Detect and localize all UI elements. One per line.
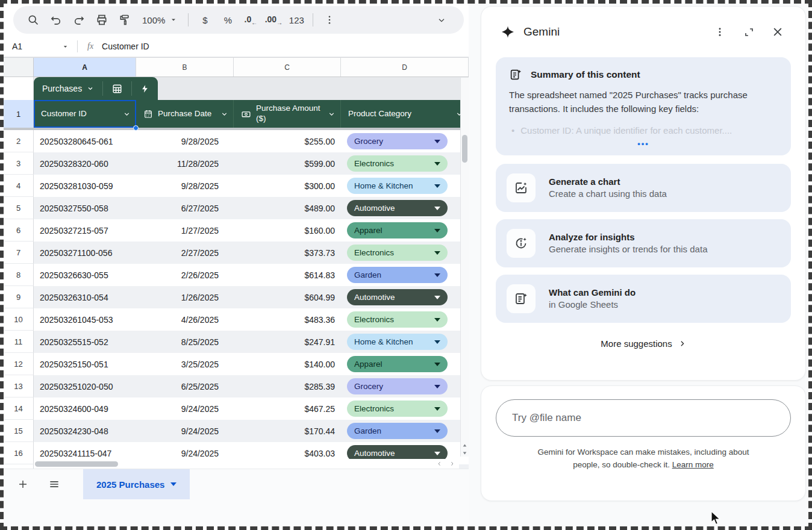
- cell-purchase-amount[interactable]: $170.44: [234, 420, 341, 442]
- category-chip[interactable]: Garden: [347, 423, 448, 439]
- column-header-d[interactable]: D: [341, 58, 469, 76]
- horizontal-scrollbar[interactable]: [34, 459, 459, 469]
- redo-icon[interactable]: [67, 10, 90, 30]
- selection-handle[interactable]: [133, 125, 139, 131]
- horizontal-scrollbar-thumb[interactable]: [35, 461, 118, 467]
- cell-product-category[interactable]: Garden: [341, 264, 455, 286]
- paint-format-icon[interactable]: [113, 10, 136, 30]
- cell-customer-id[interactable]: 202503261045-053: [34, 308, 136, 331]
- row-number[interactable]: 15: [4, 420, 34, 442]
- category-chip[interactable]: Apparel: [347, 222, 448, 238]
- category-chip[interactable]: Home & Kitchen: [347, 178, 448, 194]
- cell-customer-id[interactable]: 20250328320-060: [34, 152, 136, 175]
- cell-purchase-amount[interactable]: $140.00: [234, 353, 341, 375]
- row-number[interactable]: 5: [4, 197, 34, 219]
- table-name-tab[interactable]: Purchases: [34, 77, 158, 100]
- expand-summary-button[interactable]: •••: [509, 139, 778, 148]
- cell-purchase-date[interactable]: 8/25/2025: [136, 331, 234, 353]
- decrease-decimal-button[interactable]: .0←: [239, 10, 262, 30]
- cell-customer-id[interactable]: 20250326310-054: [34, 286, 136, 308]
- cell-customer-id[interactable]: 20250325515-052: [34, 331, 136, 353]
- cell-purchase-date[interactable]: 6/27/2025: [136, 197, 234, 219]
- row-number[interactable]: 14: [4, 398, 34, 420]
- cell-purchase-date[interactable]: 9/24/2025: [136, 398, 234, 420]
- cell-purchase-date[interactable]: 9/28/2025: [136, 175, 234, 197]
- cell-purchase-amount[interactable]: $467.25: [234, 398, 341, 420]
- cell-product-category[interactable]: Grocery: [341, 375, 455, 398]
- category-chip[interactable]: Automotive: [347, 200, 448, 216]
- row-number[interactable]: 11: [4, 331, 34, 353]
- lightning-icon[interactable]: [132, 77, 158, 100]
- cell-customer-id[interactable]: 20250325150-051: [34, 353, 136, 375]
- name-box[interactable]: A1: [12, 42, 73, 51]
- row-number[interactable]: 9: [4, 286, 34, 308]
- category-chip[interactable]: Grocery: [347, 133, 448, 149]
- cell-purchase-date[interactable]: 1/27/2025: [136, 219, 234, 242]
- add-sheet-icon[interactable]: [11, 472, 35, 496]
- cell-product-category[interactable]: Apparel: [341, 219, 455, 242]
- cell-product-category[interactable]: Automotive: [341, 286, 455, 308]
- cell-customer-id[interactable]: 202503280645-061: [34, 130, 136, 152]
- table-name-menu[interactable]: Purchases: [34, 77, 102, 100]
- cell-purchase-date[interactable]: 2/26/2025: [136, 264, 234, 286]
- panel-menu-icon[interactable]: [709, 21, 731, 43]
- column-header-c[interactable]: C: [234, 58, 341, 76]
- suggestion-generate-chart[interactable]: Generate a chart Create a chart using th…: [496, 164, 791, 212]
- prompt-input[interactable]: [512, 412, 775, 424]
- row-number[interactable]: 10: [4, 308, 34, 331]
- cell-purchase-amount[interactable]: $599.00: [234, 152, 341, 175]
- prompt-input-container[interactable]: [496, 399, 791, 437]
- cell-product-category[interactable]: Electronics: [341, 242, 455, 264]
- suggestion-what-can-gemini-do[interactable]: What can Gemini do in Google Sheets: [496, 275, 791, 323]
- row-number[interactable]: 3: [4, 152, 34, 175]
- scroll-right-icon[interactable]: [450, 461, 454, 467]
- percent-format-button[interactable]: %: [216, 10, 239, 30]
- chevron-down-icon[interactable]: [220, 110, 228, 118]
- cell-purchase-date[interactable]: 4/26/2025: [136, 308, 234, 331]
- cell-product-category[interactable]: Apparel: [341, 353, 455, 375]
- chevron-down-icon[interactable]: [123, 110, 131, 118]
- table-grid-icon[interactable]: [103, 77, 131, 100]
- header-cell-product-category[interactable]: Product Category: [341, 100, 469, 128]
- select-all-corner[interactable]: [4, 58, 34, 76]
- cell-product-category[interactable]: Electronics: [341, 398, 455, 420]
- cell-purchase-amount[interactable]: $604.99: [234, 286, 341, 308]
- sheet-tab-active[interactable]: 2025 Purchases: [83, 469, 190, 499]
- more-suggestions-button[interactable]: More suggestions: [481, 338, 805, 349]
- row-number[interactable]: 6: [4, 219, 34, 242]
- more-options-icon[interactable]: [318, 10, 341, 30]
- cell-purchase-date[interactable]: 2/27/2025: [136, 242, 234, 264]
- cell-customer-id[interactable]: 202503271100-056: [34, 242, 136, 264]
- cell-purchase-amount[interactable]: $300.00: [234, 175, 341, 197]
- undo-icon[interactable]: [45, 10, 67, 30]
- suggestion-analyze-insights[interactable]: Analyze for insights Generate insights o…: [496, 219, 791, 267]
- cell-purchase-amount[interactable]: $483.36: [234, 308, 341, 331]
- row-number[interactable]: 7: [4, 242, 34, 264]
- cell-customer-id[interactable]: 20250324230-048: [34, 420, 136, 442]
- row-number[interactable]: 12: [4, 353, 34, 375]
- category-chip[interactable]: Grocery: [347, 378, 448, 394]
- category-chip[interactable]: Garden: [347, 267, 448, 283]
- scroll-left-icon[interactable]: [437, 461, 442, 467]
- cell-purchase-amount[interactable]: $247.91: [234, 331, 341, 353]
- row-number[interactable]: 16: [4, 442, 34, 464]
- cell-purchase-date[interactable]: 3/25/2025: [136, 353, 234, 375]
- cell-purchase-date[interactable]: 11/28/2025: [136, 152, 234, 175]
- category-chip[interactable]: Apparel: [347, 356, 448, 372]
- formula-input[interactable]: Customer ID: [102, 42, 149, 51]
- row-number[interactable]: 4: [4, 175, 34, 197]
- cell-customer-id[interactable]: 20250327215-057: [34, 219, 136, 242]
- category-chip[interactable]: Electronics: [347, 311, 448, 328]
- cell-product-category[interactable]: Garden: [341, 420, 455, 442]
- cell-purchase-amount[interactable]: $373.73: [234, 242, 341, 264]
- column-header-a[interactable]: A: [34, 58, 136, 76]
- cell-customer-id[interactable]: 20250327550-058: [34, 197, 136, 219]
- cell-purchase-amount[interactable]: $489.00: [234, 197, 341, 219]
- vertical-scrollbar[interactable]: [460, 78, 469, 457]
- cell-product-category[interactable]: Home & Kitchen: [341, 331, 455, 353]
- cell-purchase-amount[interactable]: $614.83: [234, 264, 341, 286]
- category-chip[interactable]: Electronics: [347, 155, 448, 172]
- cell-purchase-date[interactable]: 9/28/2025: [136, 130, 234, 152]
- cell-product-category[interactable]: Home & Kitchen: [341, 175, 455, 197]
- header-cell-customer-id[interactable]: Customer ID: [34, 100, 136, 128]
